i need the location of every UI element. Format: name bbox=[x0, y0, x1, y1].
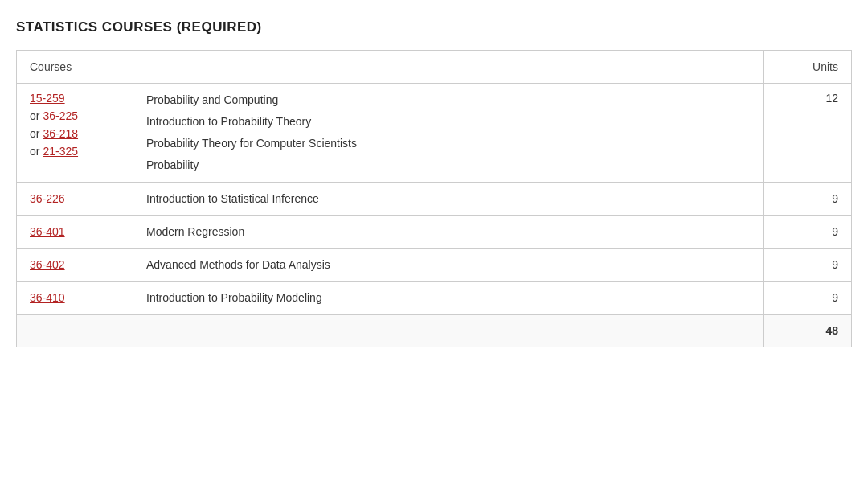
or-text: or bbox=[30, 127, 39, 140]
table-row: 15-259or 36-225or 36-218or 21-325Probabi… bbox=[17, 84, 852, 183]
total-row: 48 bbox=[17, 315, 852, 347]
header-units: Units bbox=[764, 51, 852, 84]
total-units-cell: 48 bbox=[764, 315, 852, 347]
units-cell: 9 bbox=[764, 282, 852, 315]
units-cell: 9 bbox=[764, 183, 852, 216]
table-row: 36-410Introduction to Probability Modeli… bbox=[17, 282, 852, 315]
course-code-link[interactable]: 36-410 bbox=[30, 291, 65, 304]
course-table: Courses Units 15-259or 36-225or 36-218or… bbox=[16, 50, 852, 347]
table-header-row: Courses Units bbox=[17, 51, 852, 84]
course-name: Probability bbox=[146, 157, 750, 174]
course-name: Introduction to Probability Theory bbox=[146, 113, 750, 130]
course-code-cell: 15-259or 36-225or 36-218or 21-325 bbox=[17, 84, 133, 183]
or-text: or bbox=[30, 109, 39, 122]
course-name: Probability and Computing bbox=[146, 92, 750, 109]
course-code-link[interactable]: 21-325 bbox=[43, 145, 78, 158]
course-name-cell: Introduction to Probability Modeling bbox=[133, 282, 764, 315]
course-name: Probability Theory for Computer Scientis… bbox=[146, 135, 750, 152]
course-code-link[interactable]: 36-401 bbox=[30, 225, 65, 238]
units-cell: 12 bbox=[764, 84, 852, 183]
course-name-cell: Introduction to Statistical Inference bbox=[133, 183, 764, 216]
page-title: STATISTICS COURSES (REQUIRED) bbox=[16, 19, 852, 35]
course-name-cell: Modern Regression bbox=[133, 216, 764, 249]
course-code-cell: 36-402 bbox=[17, 249, 133, 282]
course-name-cell: Probability and ComputingIntroduction to… bbox=[133, 84, 764, 183]
course-code-link[interactable]: 36-218 bbox=[43, 127, 78, 140]
course-name-cell: Advanced Methods for Data Analysis bbox=[133, 249, 764, 282]
table-row: 36-402Advanced Methods for Data Analysis… bbox=[17, 249, 852, 282]
course-code-cell: 36-410 bbox=[17, 282, 133, 315]
course-code-link[interactable]: 36-226 bbox=[30, 192, 65, 205]
table-row: 36-401Modern Regression9 bbox=[17, 216, 852, 249]
units-cell: 9 bbox=[764, 216, 852, 249]
total-label-cell bbox=[17, 315, 764, 347]
course-code-link[interactable]: 15-259 bbox=[30, 92, 65, 105]
course-code-cell: 36-401 bbox=[17, 216, 133, 249]
header-courses: Courses bbox=[17, 51, 764, 84]
course-code-link[interactable]: 36-402 bbox=[30, 258, 65, 271]
course-code-cell: 36-226 bbox=[17, 183, 133, 216]
course-code-link[interactable]: 36-225 bbox=[43, 109, 78, 122]
or-text: or bbox=[30, 145, 39, 158]
table-row: 36-226Introduction to Statistical Infere… bbox=[17, 183, 852, 216]
units-cell: 9 bbox=[764, 249, 852, 282]
